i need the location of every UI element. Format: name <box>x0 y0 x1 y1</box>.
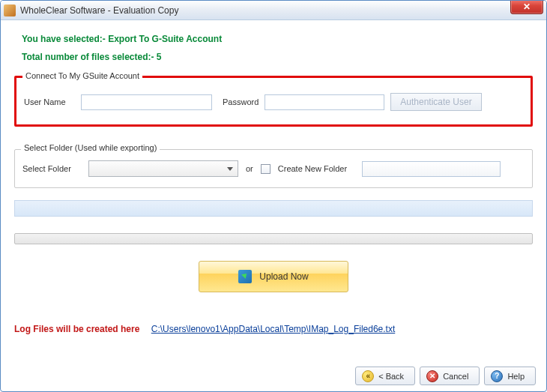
back-icon: « <box>362 370 374 382</box>
select-folder-label: Select Folder <box>22 164 81 173</box>
log-path-link[interactable]: C:\Users\lenovo1\AppData\Local\Temp\IMap… <box>151 324 396 334</box>
close-icon: ✕ <box>523 1 531 12</box>
folder-group: Select Folder (Used while exporting) Sel… <box>14 149 533 188</box>
cancel-icon: ✕ <box>426 370 438 382</box>
app-window: WholeClear Software - Evaluation Copy ✕ … <box>0 0 547 392</box>
authenticate-button[interactable]: Authenticate User <box>390 93 481 111</box>
help-button[interactable]: ? Help <box>484 367 536 385</box>
help-label: Help <box>507 372 525 381</box>
window-title: WholeClear Software - Evaluation Copy <box>20 5 178 16</box>
select-folder-combo[interactable] <box>88 160 238 177</box>
connect-group: Connect To My GSuite Account User Name P… <box>14 76 533 127</box>
create-folder-checkbox[interactable] <box>261 164 271 174</box>
footer-buttons: « < Back ✕ Cancel ? Help <box>355 367 536 385</box>
folder-group-title: Select Folder (Used while exporting) <box>21 143 160 152</box>
app-icon <box>4 4 16 16</box>
selected-info: You have selected:- Export To G-Suite Ac… <box>22 34 533 44</box>
new-folder-input[interactable] <box>362 161 501 177</box>
titlebar: WholeClear Software - Evaluation Copy ✕ <box>1 1 546 20</box>
upload-icon <box>238 270 252 283</box>
back-label: < Back <box>378 372 404 381</box>
status-strip <box>14 200 533 217</box>
upload-label: Upload Now <box>259 271 308 282</box>
password-input[interactable] <box>265 94 384 110</box>
progress-bar <box>14 233 533 244</box>
cancel-label: Cancel <box>443 372 468 381</box>
password-label: Password <box>223 97 259 106</box>
back-button[interactable]: « < Back <box>355 367 415 385</box>
username-input[interactable] <box>81 94 212 110</box>
create-folder-label: Create New Folder <box>278 164 347 173</box>
connect-group-title: Connect To My GSuite Account <box>22 71 142 80</box>
log-label: Log Files will be created here <box>14 324 139 334</box>
cancel-button[interactable]: ✕ Cancel <box>420 367 480 385</box>
close-button[interactable]: ✕ <box>510 0 543 14</box>
or-label: or <box>246 164 253 173</box>
file-count-info: Total number of files selected:- 5 <box>22 52 533 62</box>
log-line: Log Files will be created here C:\Users\… <box>14 324 533 334</box>
username-label: User Name <box>24 97 75 106</box>
upload-button[interactable]: Upload Now <box>199 261 348 292</box>
help-icon: ? <box>491 370 503 382</box>
content-area: You have selected:- Export To G-Suite Ac… <box>1 20 546 340</box>
